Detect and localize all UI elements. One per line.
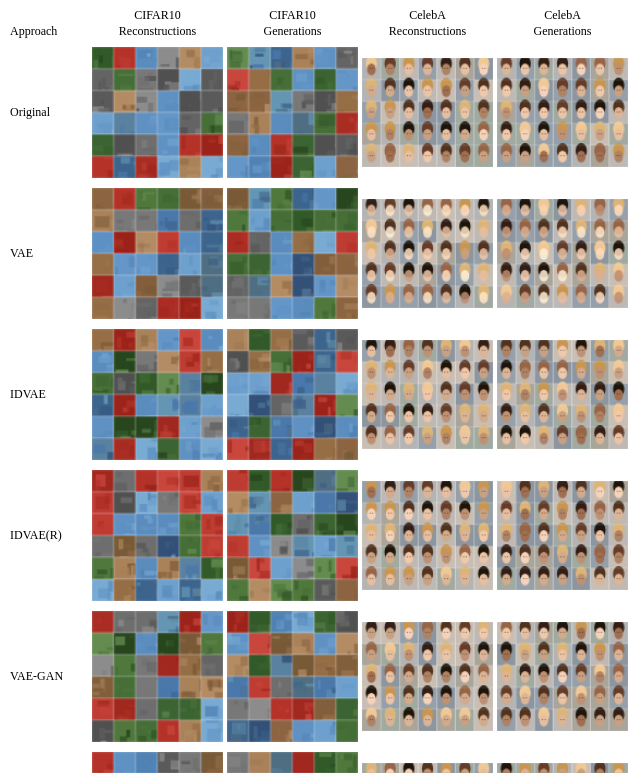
vaegan-celeba-gen (495, 620, 630, 733)
vaegan-cifar10-recon (90, 609, 225, 744)
alphagan-celeba-recon (360, 761, 495, 773)
table-row-vae: VAE (10, 186, 630, 321)
alphagan-cifar10-gen (225, 750, 360, 773)
original-cifar10-recon (90, 45, 225, 180)
idvae-cifar10-recon (90, 327, 225, 462)
col-header-celeba-gen: CelebA Generations (495, 8, 630, 41)
row-label-idvae-r: IDVAE(R) (10, 528, 90, 543)
idvae-celeba-recon (360, 338, 495, 451)
table-row-idvae-r: IDVAE(R) (10, 468, 630, 603)
row-label-original: Original (10, 105, 90, 120)
vae-celeba-recon (360, 197, 495, 310)
idvaer-celeba-recon (360, 479, 495, 592)
row-label-vae-gan: VAE-GAN (10, 669, 90, 684)
col-header-cifar10-gen: CIFAR10 Generations (225, 8, 360, 41)
alphagan-celeba-gen (495, 761, 630, 773)
vae-celeba-gen (495, 197, 630, 310)
comparison-table: Approach CIFAR10 Reconstructions CIFAR10… (10, 8, 630, 773)
table-row-original: Original (10, 45, 630, 180)
approach-header: Approach (10, 24, 90, 41)
idvaer-cifar10-recon (90, 468, 225, 603)
row-label-vae: VAE (10, 246, 90, 261)
original-celeba-gen (495, 56, 630, 169)
table-header: Approach CIFAR10 Reconstructions CIFAR10… (10, 8, 630, 41)
original-celeba-recon (360, 56, 495, 169)
table-row-alpha-gan: α-GAN (10, 750, 630, 773)
vae-cifar10-gen (225, 186, 360, 321)
vaegan-cifar10-gen (225, 609, 360, 744)
original-cifar10-gen (225, 45, 360, 180)
page: Approach CIFAR10 Reconstructions CIFAR10… (0, 0, 640, 773)
row-label-idvae: IDVAE (10, 387, 90, 402)
table-row-idvae: IDVAE (10, 327, 630, 462)
vae-cifar10-recon (90, 186, 225, 321)
col-header-cifar10-recon: CIFAR10 Reconstructions (90, 8, 225, 41)
idvae-celeba-gen (495, 338, 630, 451)
idvaer-cifar10-gen (225, 468, 360, 603)
idvaer-celeba-gen (495, 479, 630, 592)
alphagan-cifar10-recon (90, 750, 225, 773)
vaegan-celeba-recon (360, 620, 495, 733)
table-row-vae-gan: VAE-GAN (10, 609, 630, 744)
idvae-cifar10-gen (225, 327, 360, 462)
col-header-celeba-recon: CelebA Reconstructions (360, 8, 495, 41)
